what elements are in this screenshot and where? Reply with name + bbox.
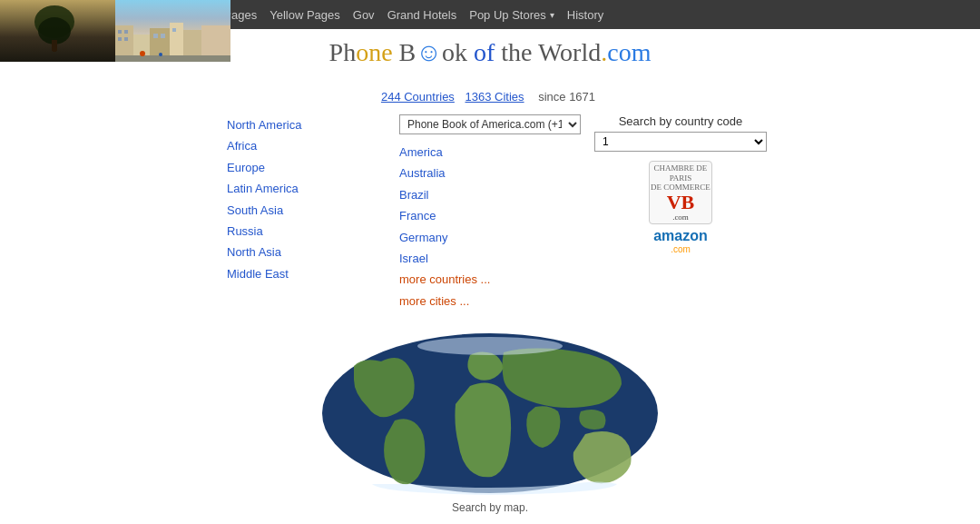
country-code-label: Search by country code [590, 114, 771, 128]
title-o: ☺ [416, 38, 442, 66]
map-label: Search by map. [309, 501, 671, 514]
city-links: America Australia Brazil France Germany … [390, 142, 590, 311]
svg-rect-14 [153, 34, 158, 38]
country-dropdown[interactable]: Phone Book of America.com (+1) [399, 114, 581, 134]
country-code-select[interactable]: 1 [594, 132, 767, 152]
nav-history[interactable]: History [567, 8, 603, 22]
region-russia[interactable]: Russia [227, 221, 390, 242]
nav-gov[interactable]: Gov [353, 8, 375, 22]
svg-point-18 [140, 51, 145, 56]
city-france[interactable]: France [399, 205, 590, 226]
title-one: one [356, 38, 398, 66]
stats-line: 244 Countries 1363 Cities since 1671 [0, 90, 980, 104]
amazon-text: amazon [653, 228, 708, 243]
title-com: com [607, 38, 651, 66]
since-text: since 1671 [538, 90, 595, 104]
svg-point-21 [417, 337, 563, 355]
cities-link[interactable]: 1363 Cities [466, 90, 524, 104]
popup-stores-dropdown-arrow: ▾ [550, 10, 554, 20]
svg-rect-17 [115, 55, 230, 62]
header-img-right [115, 0, 230, 62]
nav-yellow-pages[interactable]: Yellow Pages [270, 8, 340, 22]
more-countries-link[interactable]: more countries ... [399, 269, 590, 290]
middle-section: North America Africa Europe Latin Americ… [82, 114, 898, 311]
left-region-links: North America Africa Europe Latin Americ… [209, 114, 390, 284]
amazon-tagline: .com [671, 244, 691, 254]
title-ok: ok [442, 38, 474, 66]
world-map-container[interactable] [318, 330, 662, 498]
buildings-svg [115, 21, 230, 62]
city-australia[interactable]: Australia [399, 163, 590, 183]
svg-point-19 [159, 53, 162, 56]
right-sidebar: Search by country code 1 CHAMBRE DE PARI… [590, 114, 771, 254]
ad-block: CHAMBRE DE PARISDE COMMERCE VB .com amaz… [590, 161, 771, 254]
title-world: World [538, 38, 601, 66]
title-of: of [474, 38, 495, 66]
center-column: Phone Book of America.com (+1) America A… [390, 114, 590, 311]
city-israel[interactable]: Israel [399, 248, 590, 269]
region-middle-east[interactable]: Middle East [227, 263, 390, 284]
vb-top-text: CHAMBRE DE PARISDE COMMERCE [650, 163, 711, 193]
region-south-asia[interactable]: South Asia [227, 200, 390, 221]
title-book: B [399, 38, 416, 66]
region-north-america[interactable]: North America [227, 114, 390, 135]
vb-logo-text: VB [667, 193, 695, 213]
tree-svg [27, 2, 82, 52]
svg-rect-11 [124, 30, 128, 34]
vb-sub-text: .com [672, 213, 689, 222]
svg-rect-12 [118, 37, 122, 41]
svg-rect-15 [161, 34, 165, 38]
region-europe[interactable]: Europe [227, 157, 390, 178]
header-img-left [0, 0, 115, 62]
svg-rect-13 [124, 37, 128, 41]
region-north-asia[interactable]: North Asia [227, 242, 390, 262]
region-latin-america[interactable]: Latin America [227, 178, 390, 199]
title-the: the [495, 38, 538, 66]
map-section: Search by map. [309, 330, 671, 514]
amazon-logo[interactable]: amazon [653, 228, 708, 244]
city-germany[interactable]: Germany [399, 227, 590, 248]
svg-rect-16 [172, 28, 176, 32]
nav-grand-hotels[interactable]: Grand Hotels [387, 8, 457, 22]
city-america[interactable]: America [399, 142, 590, 163]
svg-rect-3 [53, 47, 56, 52]
title-ph: Ph [329, 38, 357, 66]
countries-link[interactable]: 244 Countries [381, 90, 455, 104]
nav-popup-stores[interactable]: Pop Up Stores ▾ [469, 8, 554, 22]
city-brazil[interactable]: Brazil [399, 184, 590, 205]
world-map-svg[interactable] [318, 330, 662, 498]
svg-rect-10 [118, 30, 122, 34]
more-cities-link[interactable]: more cities ... [399, 291, 590, 311]
main-content: Phone B☺ok of the World.com [0, 29, 980, 524]
nav-popup-stores-wrapper: Pop Up Stores ▾ [469, 8, 567, 22]
vb-badge[interactable]: CHAMBRE DE PARISDE COMMERCE VB .com [649, 161, 712, 224]
region-africa[interactable]: Africa [227, 135, 390, 156]
